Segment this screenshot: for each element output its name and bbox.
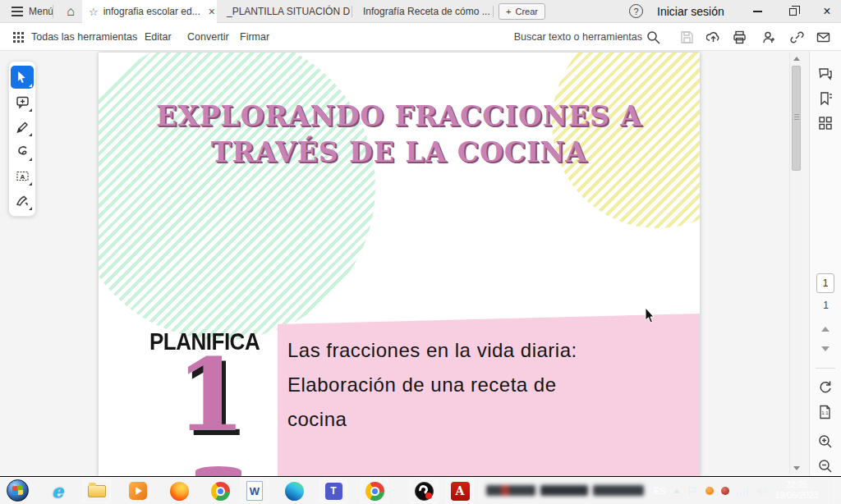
save-icon[interactable] [680,30,694,44]
bookmarks-panel-button[interactable] [817,90,834,107]
select-tool-button[interactable] [11,66,34,89]
all-tools-menu[interactable]: Todas las herramientas [31,23,137,51]
blurred-item [486,485,535,496]
taskbar-edge[interactable] [280,479,308,503]
zoom-out-button[interactable] [817,458,834,474]
minimize-button[interactable] [743,0,771,23]
search-placeholder: Buscar texto o herramientas [514,31,642,43]
signature-pen-icon [16,194,30,208]
taskbar-obs[interactable] [410,479,438,503]
tab-infografia-receta[interactable]: Infografía Receta de cómo ... [356,0,491,23]
thumbnails-panel-button[interactable] [817,115,834,131]
comment-plus-icon [16,95,30,109]
help-button[interactable]: ? [629,4,643,18]
quick-tools-panel: A [8,61,36,217]
previous-page-button[interactable] [821,327,830,332]
scroll-down-icon[interactable] [793,466,800,470]
show-desktop-button[interactable] [833,477,841,504]
taskbar-chrome[interactable] [206,479,234,503]
all-tools-grid-icon[interactable] [13,32,16,34]
rotate-page-button[interactable] [817,378,834,395]
title-line-1: EXPLORANDO FRACCIONES A [99,99,700,135]
fit-page-button[interactable]: 1:1 [817,404,834,420]
tray-clock[interactable]: 22:25 19/06/2023 [770,479,823,501]
taskbar-teams[interactable]: T [319,479,347,503]
windows-taskbar: e W T A [0,476,841,504]
taskbar-file-explorer[interactable] [83,479,111,503]
fill-sign-tool-button[interactable] [11,189,34,212]
add-text-tool-button[interactable]: A [11,164,34,187]
tab-infografia-escolar[interactable]: ☆ infografia escolar ed... × [82,0,217,23]
chrome-hub [370,487,379,496]
create-tab-button[interactable]: + Crear [499,3,545,20]
chrome-icon [211,482,230,501]
menu-label: Menú [29,6,53,17]
scroll-up-icon[interactable] [793,57,800,61]
highlight-tool-button[interactable] [11,115,34,138]
blurred-item [501,485,509,496]
link-icon[interactable] [790,30,804,44]
email-icon[interactable] [816,30,830,44]
svg-text:A: A [20,172,25,180]
submenu-corner [29,84,32,87]
sign-in-button[interactable]: Iniciar sesión [657,0,724,23]
search-icon[interactable] [646,30,660,44]
search-field[interactable]: Buscar texto o herramientas [493,23,642,51]
add-user-icon[interactable] [762,30,776,44]
restore-button[interactable] [779,0,807,23]
comments-panel-button[interactable] [817,66,834,82]
tab-close-icon[interactable]: × [209,5,215,18]
home-button[interactable]: ⌂ [59,0,82,23]
blurred-item [593,485,644,496]
folder-icon [88,485,106,497]
taskbar-internet-explorer[interactable]: e [44,479,71,503]
print-icon[interactable] [733,30,747,44]
pink-content-box: Las fracciones en la vida diaria: Elabor… [278,314,700,476]
sign-menu[interactable]: Firmar [240,23,269,51]
title-bar: Menú ⌂ ☆ infografia escolar ed... × _PLA… [0,0,841,23]
language-indicator[interactable]: ES [654,486,666,496]
document-title: EXPLORANDO FRACCIONES A TRAVÉS DE LA COC… [99,99,700,171]
tab-label: Infografía Receta de cómo ... [363,6,490,17]
submenu-corner [29,158,32,161]
menu-button[interactable]: Menú [7,0,58,23]
edit-menu[interactable]: Editar [145,23,172,51]
upload-cloud-icon[interactable] [706,30,720,44]
draw-tool-button[interactable] [11,140,34,163]
app-tray-icon[interactable] [721,487,729,495]
zoom-out-icon [817,458,834,474]
taskbar-media-player[interactable] [124,479,152,503]
tab-label: infografia escolar ed... [103,6,200,17]
start-button[interactable] [7,479,29,502]
pdf-page[interactable]: EXPLORANDO FRACCIONES A TRAVÉS DE LA COC… [99,53,700,476]
star-icon[interactable]: ☆ [89,6,99,18]
scrollbar-thumb[interactable] [792,66,801,171]
taskbar-firefox[interactable] [165,479,193,503]
submenu-corner [29,133,32,136]
zoom-in-button[interactable] [817,433,834,450]
record-dot [425,493,432,499]
tray-expand-icon[interactable] [673,489,680,493]
play-icon [136,487,142,495]
volume-icon[interactable] [756,486,767,497]
close-icon: × [823,5,830,18]
section-number: 1 [176,345,246,445]
convert-menu[interactable]: Convertir [187,23,229,51]
antivirus-tray-icon[interactable] [705,487,714,495]
add-comment-tool-button[interactable] [11,90,34,113]
tab-plantilla-situacion[interactable]: _PLANTILLA SITUACIÓN D... [220,0,350,23]
network-icon[interactable] [737,487,749,496]
document-scrollbar[interactable] [789,53,802,474]
document-viewer: A EXPLORANDO FRACCIONES A TRAVÉS DE LA C… [0,51,841,476]
action-center-flag-icon[interactable] [687,486,698,497]
firefox-icon [170,482,189,501]
next-page-button[interactable] [821,346,830,351]
mouse-cursor [645,308,656,324]
tray-date: 19/06/2023 [770,490,823,501]
page-number-input[interactable] [816,273,834,293]
add-text-icon: A [16,169,30,183]
taskbar-acrobat[interactable]: A [446,479,474,503]
taskbar-chrome-2[interactable] [361,479,388,503]
close-button[interactable]: × [813,0,841,23]
taskbar-word[interactable]: W [241,479,269,503]
